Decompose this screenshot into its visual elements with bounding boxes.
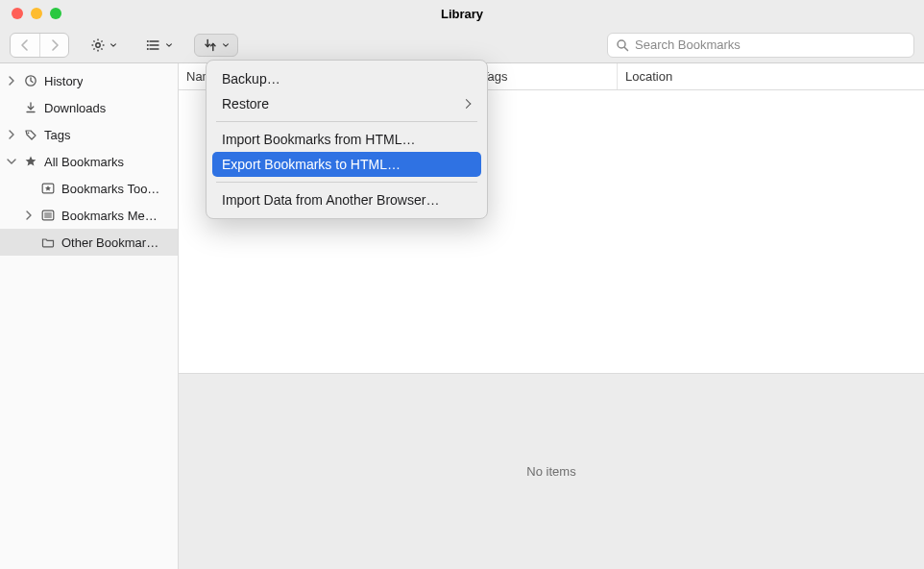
traffic-lights [12,8,61,19]
svg-point-14 [147,48,149,50]
nav-buttons [10,33,69,58]
sidebar-item-label: History [44,74,83,88]
sidebar-item-label: All Bookmarks [44,155,124,169]
titlebar: Library [0,0,924,27]
download-icon [23,101,38,114]
chevron-right-icon [23,210,35,220]
chevron-right-icon [6,130,17,139]
back-button[interactable] [11,34,39,57]
forward-button[interactable] [39,34,68,57]
sidebar-item-bookmarks-menu[interactable]: Bookmarks Me… [0,202,178,229]
chevron-down-icon [165,41,173,49]
star-icon [23,155,38,168]
list-icon [146,38,161,52]
gear-icon [90,37,106,53]
svg-line-7 [101,40,102,41]
sidebar-item-label: Downloads [44,101,106,115]
sidebar-item-label: Bookmarks Me… [61,209,158,223]
detail-pane: No items [179,373,924,569]
sidebar-item-all-bookmarks[interactable]: All Bookmarks [0,148,178,175]
menu-separator [216,121,477,122]
chevron-down-icon [222,41,230,49]
sidebar-item-label: Other Bookmar… [61,235,158,250]
empty-state-text: No items [526,464,575,479]
sidebar-item-downloads[interactable]: Downloads [0,94,178,121]
svg-line-5 [93,40,94,41]
svg-point-0 [96,42,100,46]
import-export-icon [203,37,218,53]
window-title: Library [0,7,924,21]
svg-line-6 [101,48,102,49]
column-header-location[interactable]: Location [618,63,924,89]
close-window-button[interactable] [12,8,23,19]
svg-point-12 [147,40,149,42]
sidebar-item-bookmarks-toolbar[interactable]: Bookmarks Too… [0,175,178,202]
sidebar-item-label: Bookmarks Too… [61,182,159,196]
menu-item-label: Export Bookmarks to HTML… [222,157,401,172]
svg-point-13 [147,44,149,46]
menu-item-export-html[interactable]: Export Bookmarks to HTML… [212,152,481,177]
menu-item-import-html[interactable]: Import Bookmarks from HTML… [212,127,481,152]
menu-item-import-browser[interactable]: Import Data from Another Browser… [212,187,481,212]
menu-item-backup[interactable]: Backup… [212,66,481,91]
menu-separator [216,182,477,183]
minimize-window-button[interactable] [31,8,42,19]
search-icon [616,38,629,52]
sidebar: History Downloads Tags All [0,63,179,569]
tag-icon [23,128,38,141]
chevron-down-icon [109,41,117,49]
sidebar-item-other-bookmarks[interactable]: Other Bookmar… [0,229,178,256]
import-backup-button[interactable] [194,34,238,57]
search-field[interactable] [607,33,914,58]
sidebar-item-label: Tags [44,128,70,142]
svg-line-16 [624,47,627,50]
search-input[interactable] [635,37,906,52]
sidebar-item-tags[interactable]: Tags [0,121,178,148]
svg-point-18 [28,132,30,134]
bookmarks-menu-icon [40,210,56,221]
folder-icon [40,236,56,248]
menu-item-label: Import Data from Another Browser… [222,192,439,208]
toolbar [0,27,924,63]
menu-item-label: Restore [222,96,269,111]
menu-item-label: Backup… [222,71,280,87]
column-header-tags[interactable]: Tags [474,63,618,89]
chevron-down-icon [6,158,17,165]
sidebar-item-history[interactable]: History [0,67,178,94]
clock-icon [23,74,38,87]
column-label: Location [625,69,672,84]
menu-item-label: Import Bookmarks from HTML… [222,132,415,147]
menu-item-restore[interactable]: Restore [212,91,481,116]
zoom-window-button[interactable] [50,8,61,19]
organize-button[interactable] [83,34,125,57]
import-backup-menu: Backup… Restore Import Bookmarks from HT… [206,60,488,219]
svg-line-8 [93,48,94,49]
chevron-right-icon [6,76,17,86]
bookmarks-toolbar-icon [40,183,56,194]
views-button[interactable] [138,34,181,57]
